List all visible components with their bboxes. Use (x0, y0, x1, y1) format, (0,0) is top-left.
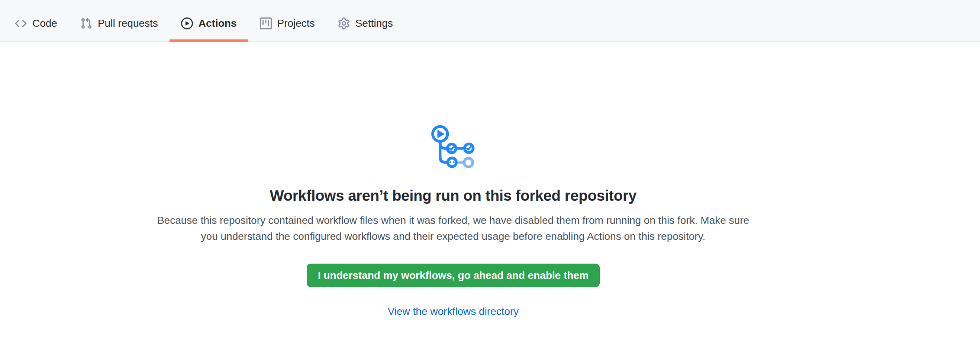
blankslate-title: Workflows aren’t being run on this forke… (270, 187, 637, 204)
tab-settings[interactable]: Settings (326, 5, 404, 41)
gear-icon (338, 17, 350, 29)
tab-label: Settings (355, 18, 393, 29)
tab-label: Projects (277, 18, 315, 29)
view-workflows-directory-link[interactable]: View the workflows directory (388, 306, 519, 318)
tab-label: Pull requests (98, 18, 158, 29)
play-icon (181, 17, 193, 29)
git-pull-request-icon (80, 17, 92, 29)
tab-label: Actions (199, 18, 237, 29)
tab-code[interactable]: Code (3, 5, 69, 41)
repo-tab-nav: Code Pull requests Actions Projects Sett… (0, 0, 980, 42)
tab-pull-requests[interactable]: Pull requests (69, 5, 170, 41)
project-icon (260, 17, 272, 29)
tab-projects[interactable]: Projects (248, 5, 326, 41)
workflow-graph-icon (431, 125, 475, 170)
tab-label: Code (32, 18, 57, 29)
tab-actions[interactable]: Actions (170, 5, 248, 41)
blankslate-description: Because this repository contained workfl… (148, 212, 758, 244)
workflows-disabled-blankslate: Workflows aren’t being run on this forke… (0, 42, 907, 318)
actions-tab-content: Workflows aren’t being run on this forke… (0, 42, 980, 318)
enable-workflows-button[interactable]: I understand my workflows, go ahead and … (307, 264, 600, 287)
code-icon (15, 17, 27, 29)
